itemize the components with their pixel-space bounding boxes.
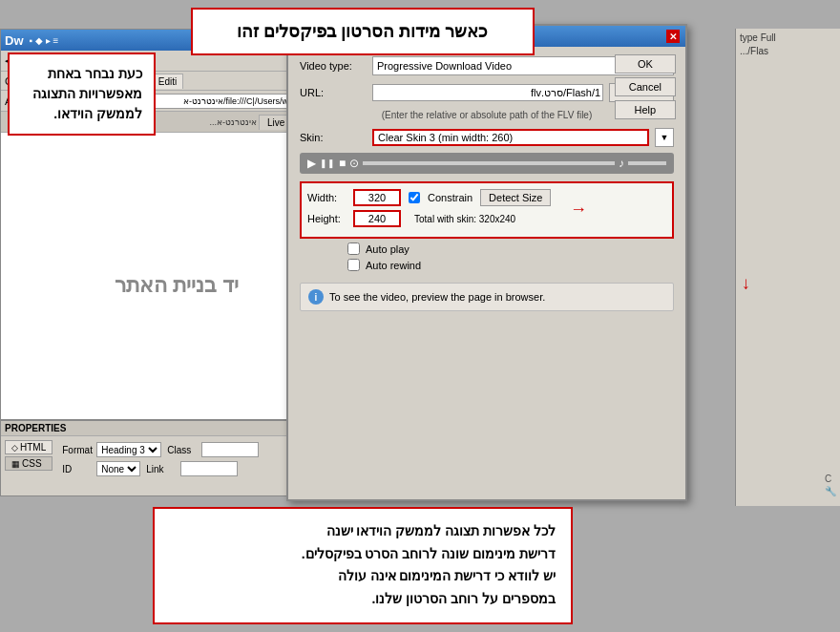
autorewind-row: Auto rewind bbox=[300, 259, 674, 271]
skin-input[interactable] bbox=[372, 129, 649, 146]
dialog-action-buttons: OK Cancel Help bbox=[615, 54, 676, 119]
stop-button[interactable]: ■ bbox=[339, 157, 346, 170]
bottom-callout-text: לכל אפשרות תצוגה לממשק הוידאו ישנה דרישת… bbox=[170, 520, 556, 611]
link-input[interactable] bbox=[180, 461, 238, 476]
info-icon: i bbox=[308, 289, 324, 305]
seek-icon: ⊙ bbox=[349, 157, 359, 170]
left-callout-text: כעת נבחר באחת מאפשרויות התצוגה לממשק הוי… bbox=[21, 64, 142, 124]
volume-icon: ♪ bbox=[619, 157, 624, 170]
autoplay-checkbox[interactable] bbox=[347, 242, 360, 255]
constrain-checkbox[interactable] bbox=[409, 192, 420, 203]
link-label: Link bbox=[146, 464, 175, 474]
url-input[interactable] bbox=[372, 84, 603, 101]
skin-dropdown-arrow[interactable]: ▼ bbox=[655, 128, 674, 147]
right-panel: type Full .../Flas C 🔧 bbox=[735, 29, 840, 506]
skin-label: Skin: bbox=[300, 132, 367, 143]
dialog-close-button[interactable]: ✕ bbox=[666, 30, 680, 43]
video-type-label: Video type: bbox=[300, 60, 367, 72]
id-label: ID bbox=[62, 464, 91, 474]
height-label: Height: bbox=[307, 213, 346, 224]
dw-page-text: יד בניית האתר bbox=[115, 273, 239, 298]
height-input[interactable] bbox=[353, 210, 401, 227]
player-controls: ▶ ❚❚ ■ ⊙ ♪ bbox=[300, 153, 674, 174]
url-label: URL: bbox=[300, 87, 367, 98]
prop-css-tab[interactable]: ▦ CSS bbox=[5, 456, 52, 471]
insert-flv-dialog: Insert FLV ✕ Video type: Progressive Dow… bbox=[286, 24, 687, 501]
skin-arrow: → bbox=[570, 200, 587, 220]
down-arrow: → bbox=[736, 276, 756, 293]
seek-slider[interactable] bbox=[363, 161, 615, 165]
format-select[interactable]: Heading 3 bbox=[96, 442, 161, 457]
cancel-button[interactable]: Cancel bbox=[615, 77, 676, 96]
info-text: To see the video, preview the page in br… bbox=[329, 291, 545, 303]
height-row: Height: Total with skin: 320x240 bbox=[307, 210, 666, 227]
format-label: Format bbox=[62, 445, 91, 455]
top-callout-text: כאשר מידות הסרטון בפיקסלים זהו bbox=[237, 22, 488, 41]
info-bar: i To see the video, preview the page in … bbox=[300, 283, 674, 311]
help-button[interactable]: Help bbox=[615, 100, 676, 119]
autorewind-label: Auto rewind bbox=[366, 260, 421, 271]
width-row: Width: Constrain Detect Size bbox=[307, 189, 666, 206]
left-callout: כעת נבחר באחת מאפשרויות התצוגה לממשק הוי… bbox=[8, 53, 156, 136]
autorewind-checkbox[interactable] bbox=[347, 259, 360, 271]
total-size-label: Total with skin: 320x240 bbox=[414, 214, 515, 224]
class-label: Class bbox=[167, 445, 196, 455]
detect-size-button[interactable]: Detect Size bbox=[480, 189, 551, 206]
ok-button[interactable]: OK bbox=[615, 54, 676, 74]
dw-logo: Dw bbox=[5, 33, 24, 48]
id-select[interactable]: None bbox=[96, 461, 140, 476]
bottom-callout: לכל אפשרות תצוגה לממשק הוידאו ישנה דרישת… bbox=[153, 507, 573, 624]
right-panel-bottom: C 🔧 bbox=[825, 474, 836, 496]
dimensions-box: Width: Constrain Detect Size Height: Tot… bbox=[300, 181, 674, 239]
top-callout: כאשר מידות הסרטון בפיקסלים זהו bbox=[191, 8, 535, 55]
class-input[interactable] bbox=[201, 442, 259, 457]
play-button[interactable]: ▶ bbox=[307, 157, 316, 170]
pause-button[interactable]: ❚❚ bbox=[320, 158, 335, 168]
skin-row: → Skin: ▼ bbox=[300, 128, 674, 147]
right-panel-labels: type Full .../Flas bbox=[736, 29, 840, 60]
dw-toolbar-icons: ▪ ◆ ▸ ≡ bbox=[30, 35, 59, 46]
autoplay-row: Auto play bbox=[300, 242, 674, 255]
width-label: Width: bbox=[307, 192, 346, 203]
prop-html-tab[interactable]: ◇ HTML bbox=[5, 440, 52, 454]
volume-slider[interactable] bbox=[628, 161, 666, 165]
width-input[interactable] bbox=[353, 189, 401, 206]
constrain-label: Constrain bbox=[428, 192, 472, 203]
autoplay-label: Auto play bbox=[366, 243, 410, 255]
